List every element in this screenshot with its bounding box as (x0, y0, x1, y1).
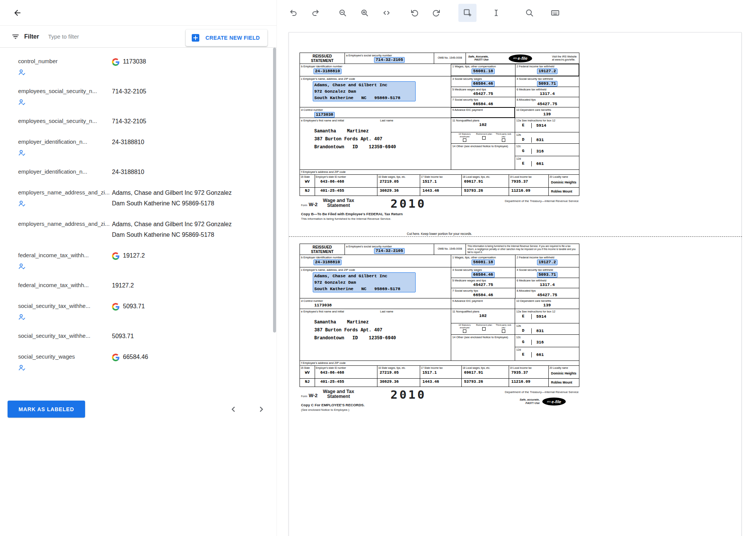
retirement-plan-checkbox[interactable] (482, 327, 486, 331)
box-2-federal-tax: 2 Federal income tax withheld 19127.2 (515, 64, 579, 76)
redo-icon (311, 8, 320, 17)
undo-button[interactable] (284, 4, 303, 22)
chevron-left-icon (228, 404, 239, 415)
search-button[interactable] (520, 4, 539, 22)
keyboard-icon (551, 8, 560, 17)
field-list-item[interactable]: control_number 1173038 (0, 52, 272, 82)
employee-address-2: Brandontown ID 12359-6940 (314, 334, 451, 342)
field-list-item[interactable]: federal_income_tax_withh... 19127.2 (0, 246, 272, 276)
header-right: This information is being furnished to t… (466, 244, 579, 255)
rotate-cw-button[interactable] (427, 4, 446, 22)
field-name: employer_identification_n... (18, 138, 112, 146)
ein-annotation[interactable]: 24-3188810 (314, 259, 342, 265)
field-list: control_number 1173038 e (0, 48, 272, 420)
employer-annotation[interactable]: Adams, Chase and Gilbert Inc 972 Gonzale… (313, 272, 416, 292)
zoom-in-button[interactable] (355, 4, 374, 22)
field-value-text: 19127.2 (123, 250, 145, 261)
field-list-item[interactable]: employees_social_security_n... 714-32-21… (0, 112, 272, 132)
next-page-button[interactable] (256, 404, 267, 415)
text-select-button[interactable] (487, 4, 505, 22)
ss-wages-annotation[interactable]: 66584.46 (472, 272, 495, 278)
filter-icon (11, 33, 20, 41)
box-a-ssn: a Employee's social security number 714-… (345, 53, 434, 64)
field-name: employers_name_address_and_zi... (18, 220, 112, 228)
back-arrow-icon (13, 8, 22, 17)
copy-note: This information is being furnished to t… (300, 217, 579, 221)
omb-number: OMB No. 1545-0008 (434, 244, 466, 255)
field-list-item[interactable]: employer_identification_n... 24-3188810 (0, 162, 272, 183)
google-icon (112, 303, 120, 314)
field-list-item[interactable]: employers_name_address_and_zi... Adams, … (0, 183, 272, 214)
field-value-text: 24-3188810 (112, 137, 144, 148)
box-f-employee-address: f Employee's address and ZIP code (300, 170, 579, 174)
reissued-statement: REISSUEDSTATEMENT (300, 244, 345, 255)
filter-input[interactable] (48, 33, 161, 40)
prev-page-button[interactable] (228, 404, 239, 415)
field-list-item[interactable]: employers_name_address_and_zi... Adams, … (0, 214, 272, 246)
field-list-item[interactable]: social_security_wages 66584.46 (0, 347, 272, 377)
wages-annotation[interactable]: 56081.18 (472, 68, 495, 74)
employer-annotation[interactable]: Adams, Chase and Gilbert Inc 972 Gonzale… (313, 81, 416, 101)
back-button[interactable] (11, 7, 23, 19)
field-list-item[interactable]: social_security_tax_withhe... 5093.71 (0, 297, 272, 326)
tax-year: 2010 (390, 198, 426, 209)
ein-annotation[interactable]: 24-3188810 (314, 68, 342, 74)
verified-icon (18, 263, 112, 270)
box-12d: 12d E661 (515, 347, 579, 360)
statutory-employee-checkbox[interactable] (463, 138, 466, 142)
zoom-out-button[interactable] (334, 4, 352, 22)
add-region-icon (463, 8, 472, 17)
box-a-ssn: a Employee's social security number 714-… (345, 244, 434, 255)
box-9-advance-eic: 9 Advance EIC payment (451, 107, 515, 118)
ssn-annotation[interactable]: 714-32-2105 (374, 57, 405, 63)
google-icon (112, 354, 120, 365)
mark-as-labeled-button[interactable]: MARK AS LABELED (8, 401, 85, 418)
field-list-item[interactable]: social_security_tax_withhe... 5093.71 (0, 326, 272, 347)
box-19-local-tax: 19 Local income tax 7935.37 (509, 366, 548, 378)
field-name: social_security_wages (18, 353, 112, 360)
create-new-field-button[interactable]: CREATE NEW FIELD (186, 30, 267, 46)
zoom-out-icon (338, 8, 347, 17)
document-area[interactable]: REISSUEDSTATEMENT a Employee's social se… (277, 26, 756, 536)
ss-wages-annotation[interactable]: 66584.46 (472, 81, 495, 87)
box-e-employee: e Employee's first name and initial Last… (300, 118, 451, 169)
create-new-field-label: CREATE NEW FIELD (205, 35, 260, 41)
redo-button[interactable] (306, 4, 324, 22)
w2-form: REISSUEDSTATEMENT a Employee's social se… (300, 53, 579, 196)
field-value-text: Adams, Chase and Gilbert Inc 972 Gonzale… (112, 219, 234, 240)
federal-tax-annotation[interactable]: 19127.2 (537, 68, 557, 74)
field-list-item[interactable]: employer_identification_n... 24-3188810 (0, 132, 272, 162)
ssn-annotation[interactable]: 714-32-2105 (374, 248, 405, 254)
add-region-button[interactable] (458, 4, 477, 22)
box-6-medicare-tax: 6 Medicare tax withheld 1317.4 (515, 87, 579, 97)
wages-annotation[interactable]: 56081.18 (472, 259, 495, 265)
left-panel-footer: MARK AS LABELED (0, 396, 276, 421)
box-8-allocated-tips: 8 Allocated tips 45427.75 (515, 97, 579, 107)
document-viewer-panel: REISSUEDSTATEMENT a Employee's social se… (276, 0, 756, 536)
employee-name: Samantha Martinez (314, 318, 451, 326)
keyboard-shortcuts-button[interactable] (546, 4, 564, 22)
control-number-value[interactable]: 1173038 (314, 112, 335, 118)
rotate-ccw-button[interactable] (405, 4, 424, 22)
box-5-medicare-wages: 5 Medicare wages and tips 45427.75 (451, 87, 515, 97)
retirement-plan-checkbox[interactable] (482, 136, 486, 140)
statutory-employee-checkbox[interactable] (463, 329, 466, 333)
ss-tax-annotation[interactable]: 5093.71 (537, 81, 557, 87)
field-list-item[interactable]: federal_income_tax_withh... 19127.2 (0, 276, 272, 297)
box-20-locality: 20 Locality name Dominic Heights (548, 175, 579, 187)
box-8-allocated-tips: 8 Allocated tips 45427.75 (515, 288, 579, 298)
field-list-scrollbar[interactable] (273, 48, 276, 332)
federal-tax-annotation[interactable]: 19127.2 (537, 259, 557, 265)
field-name: social_security_tax_withhe... (18, 302, 112, 310)
document-page[interactable]: REISSUEDSTATEMENT a Employee's social se… (289, 32, 742, 536)
field-value-text: 714-32-2105 (112, 116, 146, 127)
box-16-state-wages: 16 State wages, tips, etc. 27219.05 (377, 366, 420, 378)
ss-tax-annotation[interactable]: 5093.71 (537, 272, 557, 278)
code-view-button[interactable] (377, 4, 396, 22)
box-17-state-tax: 17 State income tax 1517.1 (420, 175, 461, 187)
control-number-value[interactable]: 1173038 (314, 303, 332, 308)
field-list-item[interactable]: employees_social_security_n... 714-32-21… (0, 82, 272, 112)
third-party-sick-pay-checkbox[interactable] (502, 329, 505, 333)
third-party-sick-pay-checkbox[interactable] (502, 138, 505, 142)
w2-footer: Form W-2 Wage and TaxStatement 2010 Depa… (300, 196, 579, 226)
